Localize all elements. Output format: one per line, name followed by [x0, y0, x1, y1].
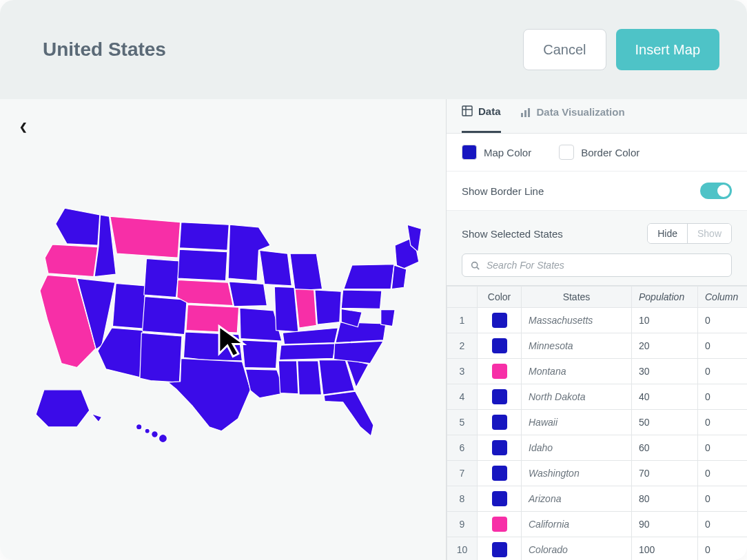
show-button[interactable]: Show: [687, 224, 731, 243]
table-row[interactable]: 3Montana300: [447, 359, 748, 384]
side-panel: Data Data Visualization Map Color Border…: [447, 99, 747, 560]
row-population: 100: [632, 537, 698, 561]
table-row[interactable]: 8Arizona800: [447, 486, 748, 512]
row-population: 30: [632, 359, 698, 384]
tab-data[interactable]: Data: [462, 99, 501, 133]
page-title: United States: [43, 39, 166, 61]
states-table: Color States Population Column 1Massachu…: [447, 285, 747, 560]
selected-states-label: Show Selected States: [462, 228, 563, 240]
row-number: 3: [447, 359, 478, 384]
row-color-cell[interactable]: [478, 410, 522, 435]
row-color-cell[interactable]: [478, 486, 522, 512]
row-state: Minnesota: [522, 333, 632, 359]
border-color-picker[interactable]: Border Color: [559, 145, 639, 160]
tab-data-label: Data: [478, 105, 501, 117]
row-column: 0: [698, 359, 748, 384]
search-input[interactable]: [487, 260, 723, 271]
svg-rect-8: [524, 110, 526, 117]
map-color-swatch: [462, 145, 477, 160]
row-population: 10: [632, 308, 698, 333]
row-state: Washington: [522, 461, 632, 486]
row-state: Montana: [522, 359, 632, 384]
row-color-swatch: [492, 364, 507, 379]
row-color-cell[interactable]: [478, 308, 522, 333]
row-column: 0: [698, 333, 748, 359]
back-chevron-icon[interactable]: ❮: [19, 121, 28, 132]
row-population: 70: [632, 461, 698, 486]
svg-point-2: [152, 431, 158, 438]
row-color-cell[interactable]: [478, 461, 522, 486]
row-state: Idaho: [522, 435, 632, 461]
svg-rect-9: [528, 108, 530, 117]
main-area: ❮: [0, 99, 747, 560]
row-number: 1: [447, 308, 478, 333]
row-color-swatch: [492, 542, 507, 557]
row-population: 40: [632, 384, 698, 410]
search-icon: [471, 261, 480, 270]
app-window: United States Cancel Insert Map ❮: [0, 0, 747, 560]
table-row[interactable]: 1Massachusetts100: [447, 308, 748, 333]
svg-rect-7: [521, 113, 523, 117]
svg-rect-4: [462, 106, 472, 116]
row-column: 0: [698, 384, 748, 410]
svg-line-11: [477, 267, 479, 269]
row-column: 0: [698, 410, 748, 435]
border-color-label: Border Color: [581, 147, 639, 158]
table-row[interactable]: 2Minnesota200: [447, 333, 748, 359]
chart-icon: [520, 107, 531, 118]
row-population: 60: [632, 435, 698, 461]
table-row[interactable]: 7Washington700: [447, 461, 748, 486]
row-population: 90: [632, 512, 698, 537]
row-number: 2: [447, 333, 478, 359]
table-row[interactable]: 10Colorado1000: [447, 537, 748, 561]
tab-visualization[interactable]: Data Visualization: [520, 99, 625, 133]
row-number: 6: [447, 435, 478, 461]
row-color-cell[interactable]: [478, 359, 522, 384]
row-column: 0: [698, 435, 748, 461]
tab-viz-label: Data Visualization: [537, 106, 625, 118]
col-color: Color: [478, 287, 522, 308]
insert-map-button[interactable]: Insert Map: [616, 29, 719, 70]
row-color-cell[interactable]: [478, 384, 522, 410]
color-settings-row: Map Color Border Color: [447, 134, 747, 172]
svg-point-0: [136, 424, 142, 430]
row-color-swatch: [492, 313, 507, 328]
row-number: 9: [447, 512, 478, 537]
row-color-cell[interactable]: [478, 537, 522, 561]
border-line-toggle[interactable]: [700, 183, 732, 199]
table-row[interactable]: 6Idaho600: [447, 435, 748, 461]
row-state: Arizona: [522, 486, 632, 512]
svg-point-1: [145, 428, 150, 433]
tab-bar: Data Data Visualization: [447, 99, 747, 134]
row-column: 0: [698, 512, 748, 537]
col-column: Column: [698, 287, 748, 308]
us-map[interactable]: [28, 182, 424, 457]
row-column: 0: [698, 537, 748, 561]
row-color-cell[interactable]: [478, 512, 522, 537]
row-color-swatch: [492, 491, 507, 506]
row-column: 0: [698, 486, 748, 512]
row-population: 20: [632, 333, 698, 359]
header-bar: United States Cancel Insert Map: [0, 0, 747, 99]
table-header-row: Color States Population Column: [447, 287, 748, 308]
search-field[interactable]: [462, 253, 732, 277]
col-population: Population: [632, 287, 698, 308]
border-color-swatch: [559, 145, 574, 160]
row-color-cell[interactable]: [478, 435, 522, 461]
selected-states-row: Show Selected States Hide Show: [447, 211, 747, 253]
row-color-swatch: [492, 517, 507, 532]
map-panel: ❮: [0, 99, 447, 560]
data-table-icon: [462, 105, 473, 116]
row-state: Hawaii: [522, 410, 632, 435]
table-row[interactable]: 9California900: [447, 512, 748, 537]
col-states: States: [522, 287, 632, 308]
row-color-cell[interactable]: [478, 333, 522, 359]
search-wrap: [447, 253, 747, 285]
table-row[interactable]: 5Hawaii500: [447, 410, 748, 435]
map-color-picker[interactable]: Map Color: [462, 145, 531, 160]
hide-button[interactable]: Hide: [648, 224, 687, 243]
table-row[interactable]: 4North Dakota400: [447, 384, 748, 410]
row-number: 7: [447, 461, 478, 486]
border-line-label: Show Border Line: [462, 185, 544, 197]
cancel-button[interactable]: Cancel: [523, 29, 606, 70]
